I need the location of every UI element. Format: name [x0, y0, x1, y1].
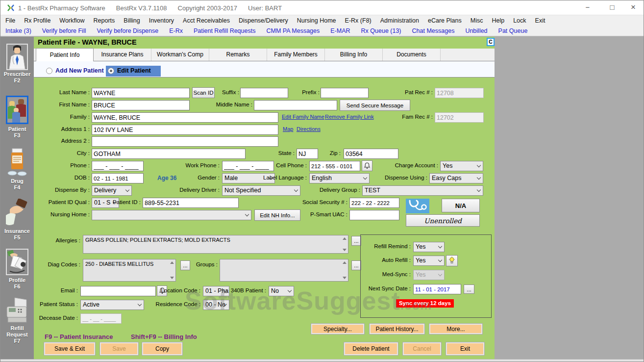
tab-patient-info[interactable]: Patient Info [36, 48, 94, 61]
dispense-using-dropdown[interactable]: Easy Caps [429, 173, 483, 183]
sidebar-label-patient[interactable]: Patient F3 [0, 126, 34, 139]
phone-input[interactable] [92, 161, 144, 171]
edit-family-name-link[interactable]: Edit Family Name [282, 114, 324, 120]
menu-ecare-plans[interactable]: eCare Plans [428, 17, 462, 24]
label-language-dropdown[interactable]: English [309, 173, 370, 183]
sidebar-label-insurance[interactable]: Insurance F5 [0, 228, 34, 241]
sidebar-item-drug[interactable] [6, 148, 28, 177]
edit-patient-label[interactable]: Edit Patient [117, 67, 151, 74]
send-secure-message-button[interactable]: Send Secure Message [340, 100, 410, 111]
charge-account-dropdown[interactable]: Yes [440, 161, 483, 171]
cell-phone-input[interactable] [309, 161, 360, 171]
menu-help[interactable]: Help [492, 17, 504, 24]
scroll-up-icon[interactable] [343, 261, 347, 264]
address1-input[interactable] [92, 125, 278, 135]
sidebar-label-profile[interactable]: Profile F6 [0, 277, 34, 290]
sidebar-item-profile[interactable] [6, 249, 28, 275]
edit-nh-info-button[interactable]: Edit NH Info... [254, 209, 300, 221]
tab-workmans-comp[interactable]: Workman's Comp [151, 49, 209, 61]
auto-refill-bulb-button[interactable] [446, 255, 458, 266]
work-phone-input[interactable] [222, 161, 274, 171]
tab-remarks[interactable]: Remarks [209, 49, 267, 61]
sidebar-item-prescriber[interactable] [6, 44, 28, 70]
directions-link[interactable]: Directions [297, 126, 321, 132]
next-sync-date-input[interactable] [413, 284, 461, 294]
auto-refill-dropdown[interactable]: Yes [413, 256, 445, 266]
copy-button[interactable]: Copy [142, 342, 183, 356]
dob-input[interactable] [92, 173, 144, 183]
quicklink-verify-before-fill[interactable]: Verify before Fill [42, 27, 86, 34]
scroll-up-icon[interactable] [170, 261, 174, 264]
sidebar-label-refill-request[interactable]: Refill Request F7 [0, 325, 34, 344]
scan-id-button[interactable]: Scan ID [192, 87, 215, 98]
menu-acct-receivables[interactable]: Acct Receivables [183, 17, 230, 24]
menu-rx-profile[interactable]: Rx Profile [24, 17, 50, 24]
last-name-input[interactable] [92, 88, 190, 98]
menu-nursing-home[interactable]: Nursing Home [297, 17, 336, 24]
quicklink-pat-queue[interactable]: Pat Queue [498, 27, 528, 34]
residence-code-dropdown[interactable]: 00 - No [203, 300, 229, 310]
scroll-down-icon[interactable] [343, 277, 347, 279]
menu-exit[interactable]: Exit [535, 17, 545, 24]
close-button[interactable]: × [622, 0, 644, 15]
next-sync-date-ellipsis-button[interactable]: ... [464, 284, 474, 294]
sidebar-item-patient[interactable] [6, 96, 28, 124]
middle-name-input[interactable] [254, 100, 337, 110]
email-input[interactable] [80, 286, 156, 296]
quicklink-unbilled[interactable]: Unbilled [465, 27, 487, 34]
tab-billing-info[interactable]: Billing Info [325, 49, 383, 61]
na-button[interactable]: N/A [442, 199, 480, 212]
edit-patient-radio[interactable] [108, 68, 114, 74]
psmart-enroll-icon[interactable] [406, 199, 429, 213]
refill-remind-dropdown[interactable]: Yes [413, 242, 445, 252]
exit-button[interactable]: Exit [446, 342, 485, 356]
more-button[interactable]: More... [429, 323, 483, 335]
add-new-patient-label[interactable]: Add New Patient [55, 67, 104, 74]
diag-codes-textarea[interactable]: 250 - DIABETES MELLITUS [83, 259, 176, 282]
scroll-down-icon[interactable] [170, 277, 174, 279]
maximize-button[interactable]: □ [601, 0, 623, 15]
add-new-patient-radio[interactable] [46, 68, 52, 74]
sidebar-label-drug[interactable]: Drug F4 [0, 178, 34, 191]
suffix-input[interactable] [240, 88, 288, 98]
dispense-by-dropdown[interactable]: Delivery [92, 185, 132, 196]
state-input[interactable] [297, 149, 318, 159]
p-smart-uac-input[interactable] [349, 210, 399, 220]
patient-history-button[interactable]: Patient History... [369, 323, 425, 335]
menu-administration[interactable]: Administration [380, 17, 419, 24]
address2-input[interactable] [92, 136, 278, 147]
corner-c-button[interactable]: C [487, 38, 495, 46]
ssn-input[interactable] [349, 198, 399, 208]
allergies-textarea[interactable]: GRASS POLLEN; POLLEN EXTRACTS; MOLD EXTR… [83, 235, 348, 254]
groups-ellipsis-button[interactable]: ... [351, 260, 361, 270]
zip-input[interactable] [344, 149, 398, 159]
save-and-exit-button[interactable]: Save & Exit [44, 342, 96, 356]
location-code-dropdown[interactable]: 01 - Pha [203, 286, 229, 296]
menu-erx-f8[interactable]: E-Rx (F8) [345, 17, 372, 24]
delete-patient-button[interactable]: Delete Patient [344, 342, 398, 356]
delivery-group-dropdown[interactable]: TEST [362, 185, 483, 196]
sidebar-label-prescriber[interactable]: Prescriber F2 [0, 71, 34, 84]
scroll-up-icon[interactable] [343, 237, 347, 240]
menu-lock[interactable]: Lock [513, 17, 526, 24]
patient-340b-dropdown[interactable]: No [269, 286, 294, 296]
city-input[interactable] [92, 149, 246, 159]
nursing-home-dropdown[interactable] [92, 210, 251, 220]
menu-misc[interactable]: Misc [471, 17, 483, 24]
family-input[interactable] [92, 112, 278, 123]
tab-insurance-plans[interactable]: Insurance Plans [94, 49, 151, 61]
quicklink-emar[interactable]: E-MAR [330, 27, 350, 34]
prefix-input[interactable] [321, 88, 369, 98]
menu-file[interactable]: File [5, 17, 15, 24]
menu-dispense-delivery[interactable]: Dispense/Delivery [239, 17, 288, 24]
save-button[interactable]: Save [99, 342, 139, 356]
menu-billing[interactable]: Billing [124, 17, 140, 24]
patient-status-dropdown[interactable]: Active [80, 300, 144, 310]
quicklink-verify-before-dispense[interactable]: Verify before Dispense [97, 27, 158, 34]
first-name-input[interactable] [92, 100, 190, 110]
menu-reports[interactable]: Reports [94, 17, 115, 24]
unenrolled-button[interactable]: Unenrolled [406, 214, 480, 227]
cell-phone-alert-button[interactable] [362, 160, 372, 171]
sidebar-item-refill-request[interactable] [5, 297, 29, 324]
specialty-button[interactable]: Specialty... [311, 323, 365, 335]
